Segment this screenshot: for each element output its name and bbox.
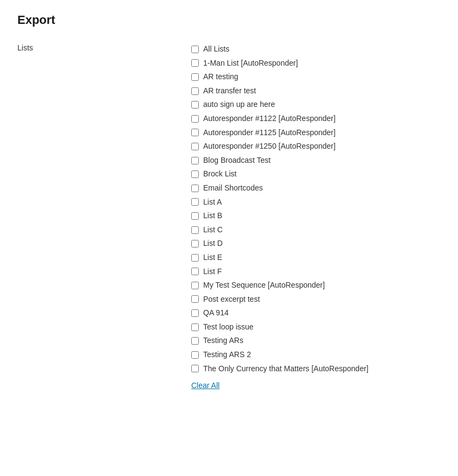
list-label-testing-ars[interactable]: Testing ARs	[203, 335, 243, 346]
list-item: Testing ARs	[191, 334, 368, 348]
list-checkbox-testing-ars-2[interactable]	[191, 351, 199, 359]
list-item: 1-Man List [AutoResponder]	[191, 56, 368, 71]
checkbox-list: All Lists1-Man List [AutoResponder]AR te…	[191, 42, 368, 390]
list-label-qa-914[interactable]: QA 914	[203, 308, 229, 319]
clear-all-link[interactable]: Clear All	[191, 381, 219, 390]
list-label-blog-broadcast-test[interactable]: Blog Broadcast Test	[203, 155, 271, 166]
list-checkbox-autoresponder-1122[interactable]	[191, 115, 199, 123]
list-checkbox-brock-list[interactable]	[191, 170, 199, 178]
list-checkbox-email-shortcodes[interactable]	[191, 185, 199, 192]
list-checkbox-list-e[interactable]	[191, 254, 199, 262]
list-label-list-c[interactable]: List C	[203, 225, 223, 236]
list-item: Email Shortcodes	[191, 181, 368, 195]
list-label-ar-testing[interactable]: AR testing	[203, 72, 239, 82]
list-item: The Only Currency that Matters [AutoResp…	[191, 362, 368, 376]
list-item: Autoresponder #1122 [AutoResponder]	[191, 112, 368, 126]
list-checkbox-testing-ars[interactable]	[191, 337, 199, 345]
list-label-email-shortcodes[interactable]: Email Shortcodes	[203, 183, 263, 194]
list-checkbox-autoresponder-1250[interactable]	[191, 143, 199, 150]
list-label-autoresponder-1122[interactable]: Autoresponder #1122 [AutoResponder]	[203, 113, 336, 124]
list-label-list-d[interactable]: List D	[203, 238, 223, 249]
list-label-1-man-list[interactable]: 1-Man List [AutoResponder]	[203, 58, 298, 69]
list-checkbox-blog-broadcast-test[interactable]	[191, 157, 199, 164]
list-label-autoresponder-1250[interactable]: Autoresponder #1250 [AutoResponder]	[203, 141, 336, 152]
list-label-list-e[interactable]: List E	[203, 252, 222, 263]
list-item: Post excerpt test	[191, 293, 368, 307]
list-item: QA 914	[191, 306, 368, 320]
list-checkbox-test-loop-issue[interactable]	[191, 323, 199, 331]
list-label-test-loop-issue[interactable]: Test loop issue	[203, 322, 254, 333]
clear-all-container: Clear All	[191, 381, 368, 390]
list-label-brock-list[interactable]: Brock List	[203, 169, 236, 180]
list-item: List D	[191, 237, 368, 251]
list-item: Autoresponder #1250 [AutoResponder]	[191, 139, 368, 154]
list-label-all-lists[interactable]: All Lists	[203, 44, 229, 55]
list-item: List C	[191, 223, 368, 237]
list-label-list-a[interactable]: List A	[203, 197, 222, 208]
list-label-my-test-sequence[interactable]: My Test Sequence [AutoResponder]	[203, 280, 325, 291]
list-label-post-excerpt-test[interactable]: Post excerpt test	[203, 294, 260, 305]
list-item: List B	[191, 209, 368, 223]
list-checkbox-my-test-sequence[interactable]	[191, 282, 199, 289]
list-checkbox-autoresponder-1125[interactable]	[191, 129, 199, 136]
list-checkbox-list-a[interactable]	[191, 198, 199, 206]
list-item: Testing ARS 2	[191, 348, 368, 362]
list-checkbox-all-lists[interactable]	[191, 46, 199, 53]
list-checkbox-only-currency[interactable]	[191, 365, 199, 372]
list-label-testing-ars-2[interactable]: Testing ARS 2	[203, 350, 251, 360]
list-checkbox-1-man-list[interactable]	[191, 59, 199, 67]
list-checkbox-ar-testing[interactable]	[191, 73, 199, 81]
list-item: AR testing	[191, 70, 368, 84]
lists-section: Lists All Lists1-Man List [AutoResponder…	[17, 42, 441, 390]
list-checkbox-list-b[interactable]	[191, 212, 199, 220]
list-item: Brock List	[191, 167, 368, 181]
list-label-list-f[interactable]: List F	[203, 266, 222, 277]
list-label-auto-sign-up[interactable]: auto sign up are here	[203, 99, 275, 110]
list-label-only-currency[interactable]: The Only Currency that Matters [AutoResp…	[203, 364, 368, 375]
list-checkbox-post-excerpt-test[interactable]	[191, 295, 199, 303]
list-label-list-b[interactable]: List B	[203, 211, 222, 221]
list-checkbox-list-c[interactable]	[191, 226, 199, 234]
list-label-autoresponder-1125[interactable]: Autoresponder #1125 [AutoResponder]	[203, 128, 336, 138]
list-item: AR transfer test	[191, 84, 368, 98]
list-item: Blog Broadcast Test	[191, 154, 368, 168]
list-checkbox-qa-914[interactable]	[191, 309, 199, 317]
list-item: List E	[191, 251, 368, 265]
list-item: My Test Sequence [AutoResponder]	[191, 278, 368, 293]
list-label-ar-transfer-test[interactable]: AR transfer test	[203, 86, 256, 97]
list-item: Test loop issue	[191, 320, 368, 334]
list-checkbox-list-d[interactable]	[191, 240, 199, 247]
list-item: auto sign up are here	[191, 98, 368, 112]
list-checkbox-list-f[interactable]	[191, 268, 199, 275]
page-title: Export	[17, 13, 441, 27]
list-checkbox-ar-transfer-test[interactable]	[191, 87, 199, 95]
list-checkbox-auto-sign-up[interactable]	[191, 101, 199, 109]
list-item: List F	[191, 265, 368, 279]
list-item: All Lists	[191, 42, 368, 56]
list-item: Autoresponder #1125 [AutoResponder]	[191, 126, 368, 140]
lists-label: Lists	[17, 42, 191, 52]
list-item: List A	[191, 195, 368, 210]
